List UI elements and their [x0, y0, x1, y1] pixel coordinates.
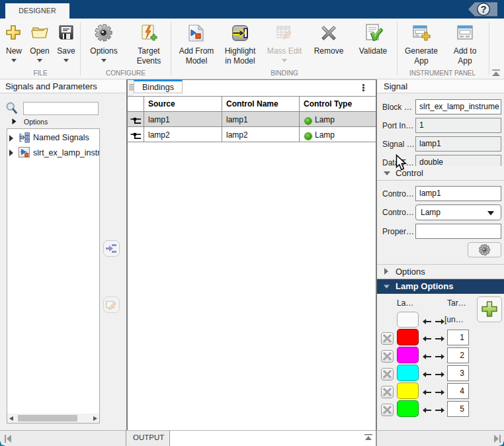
svg-text:?: ? [480, 3, 486, 15]
